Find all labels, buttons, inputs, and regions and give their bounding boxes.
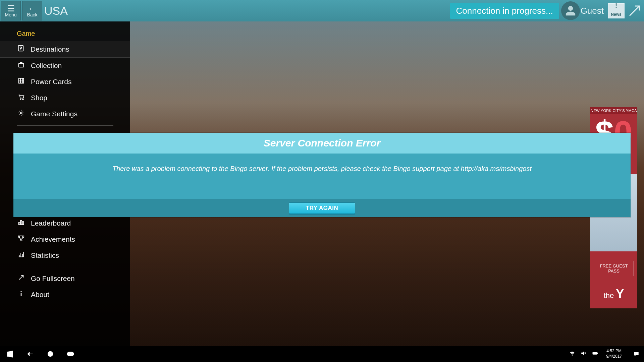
news-button-label: News [611, 12, 621, 17]
svg-point-1 [20, 47, 22, 49]
wifi-icon[interactable] [569, 350, 575, 358]
svg-rect-13 [68, 352, 73, 356]
sidebar-item-collection[interactable]: Collection [0, 58, 130, 74]
svg-rect-14 [67, 353, 69, 355]
notification-icon [633, 351, 639, 357]
back-button-label: Back [27, 12, 37, 17]
leaderboard-icon [17, 219, 25, 228]
page-title: USA [44, 4, 68, 17]
cortana-button[interactable] [40, 346, 60, 362]
svg-point-5 [22, 99, 23, 100]
expand-arrow-icon [628, 4, 641, 17]
sidebar-item-label: Statistics [31, 251, 59, 259]
system-tray: 4:52 PM 9/4/2017 [569, 346, 644, 362]
taskbar-clock[interactable]: 4:52 PM 9/4/2017 [606, 349, 622, 359]
cart-icon [17, 93, 25, 103]
top-right-cluster: Connection in progress... Guest ! News [450, 0, 644, 21]
trophy-icon [17, 235, 25, 244]
sidebar-item-go-fullscreen[interactable]: Go Fullscreen [0, 270, 130, 287]
dialog-title: Server Connection Error [13, 133, 631, 154]
svg-point-6 [20, 112, 22, 114]
svg-rect-19 [593, 353, 596, 354]
svg-point-12 [48, 352, 53, 357]
svg-rect-11 [21, 293, 22, 296]
sidebar-item-about[interactable]: About [0, 287, 130, 303]
sidebar-item-achievements[interactable]: Achievements [0, 231, 130, 247]
ad-headline: NEW YORK CITY'S YMCA [590, 107, 637, 114]
svg-rect-3 [19, 78, 24, 83]
hamburger-icon: ☰ [7, 4, 15, 13]
person-icon [565, 5, 576, 16]
map-pin-icon [16, 45, 25, 54]
circle-icon [47, 350, 54, 358]
news-alert-icon: ! [615, 2, 617, 9]
volume-icon[interactable] [581, 350, 587, 358]
ad-logo: the Y [590, 287, 637, 301]
fullscreen-toggle[interactable] [628, 4, 641, 17]
user-avatar[interactable] [561, 1, 580, 20]
task-view-icon [67, 350, 74, 358]
svg-rect-8 [20, 221, 22, 225]
sidebar-item-power-cards[interactable]: Power Cards [0, 74, 130, 90]
sidebar-item-label: Destinations [31, 45, 69, 53]
sidebar-item-label: Game Settings [31, 110, 77, 118]
sidebar-item-label: Collection [31, 62, 62, 70]
back-button[interactable]: ← Back [22, 1, 42, 20]
sidebar-item-label: Go Fullscreen [31, 275, 75, 283]
menu-button-label: Menu [5, 12, 16, 17]
back-arrow-icon [26, 350, 34, 358]
cards-icon [17, 77, 25, 86]
user-name-label: Guest [581, 6, 604, 16]
taskbar-back-button[interactable] [20, 346, 40, 362]
info-icon [17, 290, 25, 299]
windows-taskbar: 4:52 PM 9/4/2017 [0, 346, 644, 362]
sidebar-item-label: Leaderboard [31, 219, 71, 227]
action-center-button[interactable] [630, 346, 643, 362]
back-arrow-icon: ← [28, 4, 37, 13]
sidebar-item-leaderboard[interactable]: Leaderboard [0, 215, 130, 231]
connection-status-badge: Connection in progress... [450, 3, 559, 19]
start-button[interactable] [0, 346, 20, 362]
menu-button[interactable]: ☰ Menu [1, 1, 21, 20]
svg-rect-2 [19, 63, 24, 67]
top-bar: ☰ Menu ← Back USA Connection in progress… [0, 0, 644, 21]
news-button[interactable]: ! News [608, 3, 625, 18]
svg-point-4 [20, 99, 21, 100]
ad-cta-button[interactable]: FREE GUEST PASS [594, 261, 634, 276]
try-again-button[interactable]: TRY AGAIN [289, 202, 355, 214]
svg-rect-15 [72, 353, 74, 355]
sidebar-item-label: Shop [31, 94, 47, 102]
sidebar-item-label: Achievements [31, 235, 75, 243]
gear-icon [17, 109, 25, 119]
sidebar-item-game-settings[interactable]: Game Settings [0, 106, 130, 122]
task-view-button[interactable] [60, 346, 80, 362]
battery-icon[interactable] [592, 350, 598, 358]
svg-point-10 [20, 291, 22, 293]
sidebar-item-label: Power Cards [31, 78, 71, 86]
sidebar-section-game: Game [0, 25, 130, 41]
clock-time: 4:52 PM [606, 349, 622, 354]
sidebar-item-shop[interactable]: Shop [0, 90, 130, 106]
clock-date: 9/4/2017 [606, 354, 622, 359]
chart-icon [17, 251, 25, 260]
sidebar-item-destinations[interactable]: Destinations [0, 41, 130, 58]
sidebar-item-label: About [31, 291, 49, 299]
svg-point-16 [572, 355, 573, 356]
dialog-footer: TRY AGAIN [13, 199, 631, 217]
svg-rect-18 [597, 353, 598, 354]
error-dialog: Server Connection Error There was a prob… [13, 133, 631, 217]
suitcase-icon [17, 61, 25, 70]
expand-icon [17, 274, 25, 283]
dialog-message: There was a problem connecting to the Bi… [13, 154, 631, 199]
svg-rect-7 [19, 222, 20, 225]
svg-rect-9 [22, 222, 24, 225]
windows-icon [6, 350, 14, 358]
sidebar-item-statistics[interactable]: Statistics [0, 247, 130, 263]
